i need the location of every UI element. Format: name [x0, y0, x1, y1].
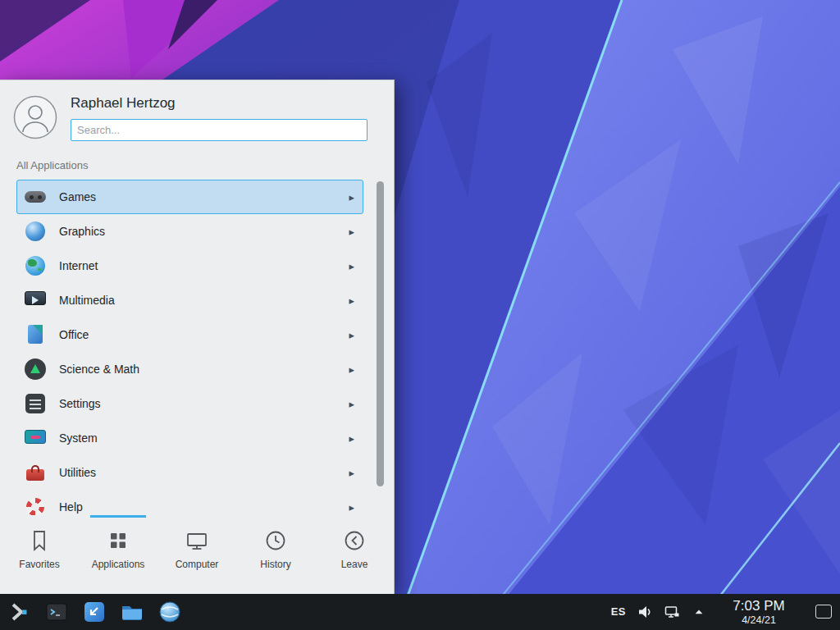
app-launcher-button[interactable] [7, 600, 31, 624]
submenu-arrow-icon [349, 293, 354, 308]
user-name: Raphael Hertzog [71, 95, 368, 112]
submenu-arrow-icon [349, 189, 354, 204]
digital-clock[interactable]: 7:03 PM 4/24/21 [724, 598, 793, 626]
app-category-system[interactable]: System [16, 421, 363, 455]
app-category-label: System [59, 431, 98, 445]
games-icon [24, 185, 47, 208]
tab-favorites[interactable]: Favorites [0, 515, 79, 594]
submenu-arrow-icon [349, 396, 354, 411]
system-tray: ES 7:03 PM 4/24/21 [611, 598, 832, 626]
app-category-multimedia[interactable]: Multimedia [16, 283, 363, 317]
application-category-list: Games Graphics Internet Multimedia Offic… [0, 178, 394, 515]
submenu-arrow-icon [349, 258, 354, 273]
app-category-label: Office [59, 328, 89, 341]
app-category-label: Utilities [59, 466, 96, 479]
volume-icon[interactable] [637, 604, 653, 620]
office-icon [24, 323, 47, 346]
app-category-office[interactable]: Office [16, 317, 363, 352]
internet-icon [24, 254, 47, 277]
leave-icon [342, 528, 367, 553]
app-category-settings[interactable]: Settings [16, 386, 363, 421]
app-category-graphics[interactable]: Graphics [16, 214, 363, 249]
expand-caret-icon[interactable] [691, 604, 707, 620]
multimedia-icon [24, 289, 47, 312]
app-category-label: Help [59, 500, 83, 514]
taskbar-panel: ES 7:03 PM 4/24/21 [0, 594, 840, 630]
applications-icon [106, 528, 130, 553]
app-category-label: Science & Math [59, 363, 139, 376]
app-category-help[interactable]: Help [16, 490, 363, 515]
history-icon [263, 528, 288, 553]
app-category-label: Internet [59, 259, 98, 272]
submenu-arrow-icon [349, 362, 354, 377]
software-center-icon[interactable] [82, 600, 107, 624]
user-avatar-icon[interactable] [13, 95, 57, 139]
app-category-label: Multimedia [59, 294, 115, 307]
show-desktop-button[interactable] [815, 605, 832, 619]
submenu-arrow-icon [349, 327, 354, 342]
submenu-arrow-icon [349, 224, 354, 239]
tab-label: Computer [176, 559, 219, 570]
tab-history[interactable]: History [236, 515, 315, 594]
list-scrollbar[interactable] [377, 181, 384, 515]
science-icon [24, 358, 47, 381]
submenu-arrow-icon [349, 465, 354, 480]
scrollbar-thumb[interactable] [377, 181, 384, 486]
app-category-internet[interactable]: Internet [16, 249, 363, 283]
clock-time: 7:03 PM [724, 598, 793, 614]
launcher-tab-bar: Favorites Applications Comp [0, 515, 394, 594]
search-input[interactable] [71, 119, 368, 141]
tab-label: Leave [341, 559, 368, 570]
utilities-icon [24, 461, 47, 484]
system-icon [24, 427, 47, 450]
app-category-science-math[interactable]: Science & Math [16, 352, 363, 386]
app-category-label: Graphics [59, 225, 105, 238]
favorites-icon [27, 528, 52, 553]
web-browser-icon[interactable] [158, 600, 182, 624]
tab-applications[interactable]: Applications [79, 515, 158, 594]
tab-label: Applications [92, 559, 145, 570]
settings-icon [24, 392, 47, 415]
app-category-label: Games [59, 190, 96, 203]
tab-label: Favorites [19, 559, 59, 570]
submenu-arrow-icon [349, 500, 354, 514]
tab-leave[interactable]: Leave [315, 515, 394, 594]
clock-date: 4/24/21 [724, 614, 793, 626]
app-category-games[interactable]: Games [16, 180, 363, 214]
help-icon [24, 495, 47, 515]
app-category-utilities[interactable]: Utilities [16, 455, 363, 490]
tab-computer[interactable]: Computer [158, 515, 236, 594]
network-icon[interactable] [664, 604, 680, 620]
tab-label: History [260, 559, 290, 570]
terminal-icon[interactable] [44, 600, 69, 624]
launcher-header: Raphael Hertzog [0, 80, 394, 149]
app-category-label: Settings [59, 397, 101, 410]
section-label-all-applications: All Applications [16, 159, 377, 171]
application-launcher-menu: Raphael Hertzog All Applications Games G… [0, 80, 395, 594]
file-manager-icon[interactable] [120, 600, 144, 624]
submenu-arrow-icon [349, 431, 354, 445]
computer-icon [185, 528, 209, 553]
keyboard-layout-indicator[interactable]: ES [611, 605, 626, 618]
graphics-icon [24, 220, 47, 243]
